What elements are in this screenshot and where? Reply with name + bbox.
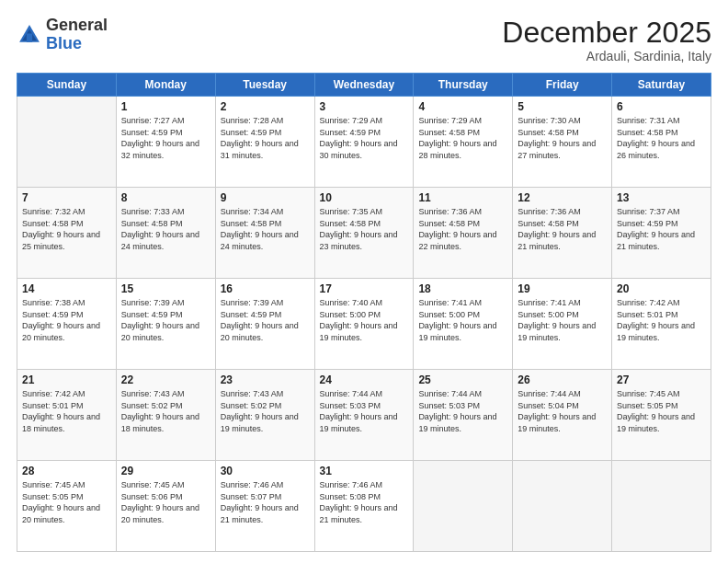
day-cell: 26Sunrise: 7:44 AMSunset: 5:04 PMDayligh… (513, 370, 612, 461)
day-info: Sunrise: 7:39 AMSunset: 4:59 PMDaylight:… (121, 297, 210, 343)
day-info: Sunrise: 7:32 AMSunset: 4:58 PMDaylight:… (22, 206, 111, 252)
logo-icon (17, 22, 42, 48)
day-info: Sunrise: 7:45 AMSunset: 5:05 PMDaylight:… (617, 388, 706, 434)
day-cell: 8Sunrise: 7:33 AMSunset: 4:58 PMDaylight… (116, 188, 215, 279)
week-row-3: 21Sunrise: 7:42 AMSunset: 5:01 PMDayligh… (17, 370, 711, 461)
day-cell: 20Sunrise: 7:42 AMSunset: 5:01 PMDayligh… (612, 279, 711, 370)
day-cell: 17Sunrise: 7:40 AMSunset: 5:00 PMDayligh… (314, 279, 414, 370)
logo-blue-text: Blue (46, 34, 82, 52)
day-cell: 13Sunrise: 7:37 AMSunset: 4:59 PMDayligh… (612, 188, 711, 279)
day-info: Sunrise: 7:41 AMSunset: 5:00 PMDaylight:… (518, 297, 607, 343)
day-number: 13 (617, 191, 706, 204)
day-info: Sunrise: 7:44 AMSunset: 5:03 PMDaylight:… (418, 388, 507, 434)
day-info: Sunrise: 7:41 AMSunset: 5:00 PMDaylight:… (418, 297, 507, 343)
day-number: 17 (320, 282, 409, 295)
day-number: 23 (221, 373, 310, 386)
day-number: 14 (22, 282, 111, 295)
day-header-row: SundayMondayTuesdayWednesdayThursdayFrid… (17, 74, 711, 97)
week-row-1: 7Sunrise: 7:32 AMSunset: 4:58 PMDaylight… (17, 188, 711, 279)
day-number: 8 (121, 191, 210, 204)
day-info: Sunrise: 7:43 AMSunset: 5:02 PMDaylight:… (221, 388, 310, 434)
day-header-friday: Friday (513, 74, 612, 97)
day-info: Sunrise: 7:45 AMSunset: 5:05 PMDaylight:… (22, 479, 111, 525)
day-number: 11 (418, 191, 507, 204)
day-number: 30 (221, 465, 310, 477)
week-row-0: 1Sunrise: 7:27 AMSunset: 4:59 PMDaylight… (17, 97, 711, 188)
day-number: 19 (518, 282, 607, 295)
day-info: Sunrise: 7:34 AMSunset: 4:58 PMDaylight:… (221, 206, 310, 252)
day-cell: 21Sunrise: 7:42 AMSunset: 5:01 PMDayligh… (17, 370, 117, 461)
day-number: 7 (22, 191, 111, 204)
day-number: 15 (121, 282, 210, 295)
day-info: Sunrise: 7:44 AMSunset: 5:04 PMDaylight:… (518, 388, 607, 434)
day-header-sunday: Sunday (17, 74, 117, 97)
day-number: 16 (221, 282, 310, 295)
day-cell: 28Sunrise: 7:45 AMSunset: 5:05 PMDayligh… (17, 461, 117, 552)
day-number: 6 (617, 100, 706, 113)
calendar-table: SundayMondayTuesdayWednesdayThursdayFrid… (17, 73, 711, 552)
day-cell: 6Sunrise: 7:31 AMSunset: 4:58 PMDaylight… (612, 97, 711, 188)
day-info: Sunrise: 7:43 AMSunset: 5:02 PMDaylight:… (121, 388, 210, 434)
title-block: December 2025 Ardauli, Sardinia, Italy (502, 17, 711, 63)
day-info: Sunrise: 7:31 AMSunset: 4:58 PMDaylight:… (617, 115, 706, 161)
day-info: Sunrise: 7:28 AMSunset: 4:59 PMDaylight:… (221, 115, 310, 161)
day-info: Sunrise: 7:36 AMSunset: 4:58 PMDaylight:… (418, 206, 507, 252)
day-info: Sunrise: 7:33 AMSunset: 4:58 PMDaylight:… (121, 206, 210, 252)
day-header-thursday: Thursday (414, 74, 513, 97)
day-cell (513, 461, 612, 552)
day-number: 10 (320, 191, 409, 204)
day-cell: 3Sunrise: 7:29 AMSunset: 4:59 PMDaylight… (314, 97, 414, 188)
day-header-saturday: Saturday (612, 74, 711, 97)
day-number: 29 (121, 465, 210, 477)
logo-text: General Blue (46, 17, 108, 53)
day-number: 4 (418, 100, 507, 113)
day-cell: 25Sunrise: 7:44 AMSunset: 5:03 PMDayligh… (414, 370, 513, 461)
day-cell: 10Sunrise: 7:35 AMSunset: 4:58 PMDayligh… (314, 188, 414, 279)
day-cell: 7Sunrise: 7:32 AMSunset: 4:58 PMDaylight… (17, 188, 117, 279)
day-info: Sunrise: 7:35 AMSunset: 4:58 PMDaylight:… (320, 206, 409, 252)
day-cell: 22Sunrise: 7:43 AMSunset: 5:02 PMDayligh… (116, 370, 215, 461)
day-number: 25 (418, 373, 507, 386)
day-number: 3 (320, 100, 409, 113)
day-cell: 19Sunrise: 7:41 AMSunset: 5:00 PMDayligh… (513, 279, 612, 370)
day-info: Sunrise: 7:42 AMSunset: 5:01 PMDaylight:… (617, 297, 706, 343)
day-number: 2 (221, 100, 310, 113)
day-cell: 9Sunrise: 7:34 AMSunset: 4:58 PMDaylight… (215, 188, 314, 279)
day-cell: 1Sunrise: 7:27 AMSunset: 4:59 PMDaylight… (116, 97, 215, 188)
day-info: Sunrise: 7:39 AMSunset: 4:59 PMDaylight:… (221, 297, 310, 343)
day-cell: 29Sunrise: 7:45 AMSunset: 5:06 PMDayligh… (116, 461, 215, 552)
day-info: Sunrise: 7:44 AMSunset: 5:03 PMDaylight:… (320, 388, 409, 434)
day-number: 24 (320, 373, 409, 386)
day-number: 21 (22, 373, 111, 386)
day-cell: 31Sunrise: 7:46 AMSunset: 5:08 PMDayligh… (314, 461, 414, 552)
day-info: Sunrise: 7:37 AMSunset: 4:59 PMDaylight:… (617, 206, 706, 252)
day-info: Sunrise: 7:45 AMSunset: 5:06 PMDaylight:… (121, 479, 210, 525)
day-cell: 5Sunrise: 7:30 AMSunset: 4:58 PMDaylight… (513, 97, 612, 188)
day-cell: 2Sunrise: 7:28 AMSunset: 4:59 PMDaylight… (215, 97, 314, 188)
day-number: 5 (518, 100, 607, 113)
day-cell: 23Sunrise: 7:43 AMSunset: 5:02 PMDayligh… (215, 370, 314, 461)
day-info: Sunrise: 7:36 AMSunset: 4:58 PMDaylight:… (518, 206, 607, 252)
day-number: 18 (418, 282, 507, 295)
day-info: Sunrise: 7:27 AMSunset: 4:59 PMDaylight:… (121, 115, 210, 161)
day-cell (17, 97, 117, 188)
day-number: 27 (617, 373, 706, 386)
day-cell: 15Sunrise: 7:39 AMSunset: 4:59 PMDayligh… (116, 279, 215, 370)
day-cell: 12Sunrise: 7:36 AMSunset: 4:58 PMDayligh… (513, 188, 612, 279)
day-number: 26 (518, 373, 607, 386)
day-cell (612, 461, 711, 552)
day-cell: 18Sunrise: 7:41 AMSunset: 5:00 PMDayligh… (414, 279, 513, 370)
day-number: 1 (121, 100, 210, 113)
page: General Blue December 2025 Ardauli, Sard… (0, 0, 728, 563)
location: Ardauli, Sardinia, Italy (502, 49, 711, 63)
day-info: Sunrise: 7:29 AMSunset: 4:58 PMDaylight:… (418, 115, 507, 161)
day-number: 12 (518, 191, 607, 204)
day-cell: 11Sunrise: 7:36 AMSunset: 4:58 PMDayligh… (414, 188, 513, 279)
day-info: Sunrise: 7:46 AMSunset: 5:07 PMDaylight:… (221, 479, 310, 525)
day-cell: 30Sunrise: 7:46 AMSunset: 5:07 PMDayligh… (215, 461, 314, 552)
day-header-tuesday: Tuesday (215, 74, 314, 97)
logo: General Blue (17, 17, 108, 53)
month-title: December 2025 (502, 17, 711, 49)
day-cell: 4Sunrise: 7:29 AMSunset: 4:58 PMDaylight… (414, 97, 513, 188)
day-header-monday: Monday (116, 74, 215, 97)
